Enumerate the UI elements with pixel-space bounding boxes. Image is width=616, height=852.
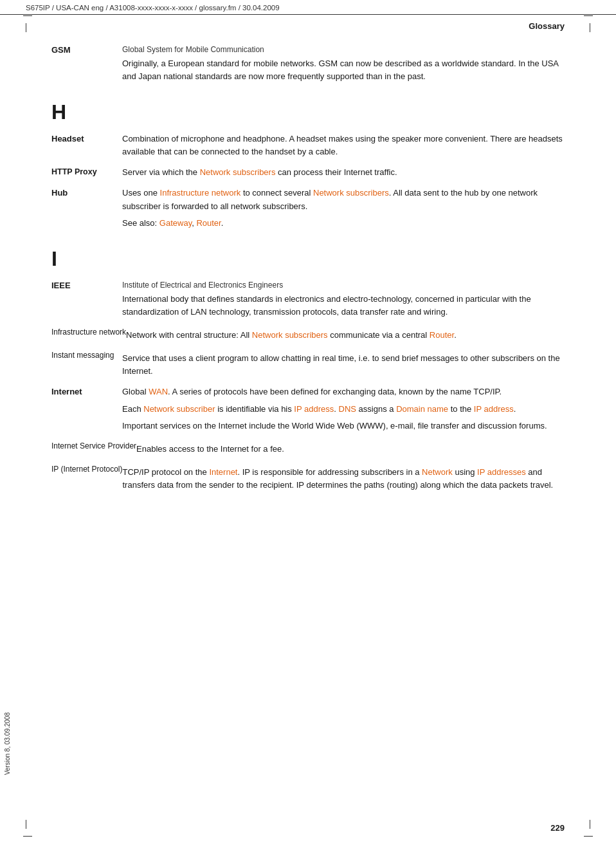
tick-left-top [26,23,26,32]
body-gsm: Global System for Mobile Communication O… [122,44,565,87]
term-ip: IP (Internet Protocol) [51,463,123,495]
letter-i: I [51,248,565,270]
section-h: H [51,101,565,124]
section-i: I [51,248,565,270]
content-area: Glossary GSM Global System for Mobile Co… [0,15,616,538]
internet-para3: Important services on the Internet inclu… [122,420,565,432]
body-isp: Enables access to the Internet for a fee… [136,440,565,459]
entry-internet: Internet Global WAN. A series of protoco… [51,385,565,436]
body-hub: Uses one Infrastructure network to conne… [122,187,565,233]
header-text: S675IP / USA-CAN eng / A31008-xxxx-xxxx-… [26,4,280,12]
entry-isp: Internet Service Provider Enables access… [51,440,565,459]
ieee-body: International body that defines standard… [122,293,565,319]
link-wan[interactable]: WAN [149,387,168,396]
entry-hub: Hub Uses one Infrastructure network to c… [51,187,565,233]
term-instant-messaging: Instant messaging [51,349,122,382]
page: S675IP / USA-CAN eng / A31008-xxxx-xxxx-… [0,0,616,852]
entry-infrastructure-network: Infrastructure network Network with cent… [51,326,565,346]
link-ip-address-2[interactable]: IP address [474,404,514,414]
instant-messaging-body: Service that uses a client program to al… [122,352,565,378]
tick-right-bottom [590,820,590,829]
link-network-subscriber[interactable]: Network subscriber [143,404,215,414]
term-hub: Hub [51,187,122,233]
version-text: Version 8, 03.09.2008 [4,712,11,775]
link-network-subscribers-3[interactable]: Network subscribers [252,330,328,340]
page-number: 229 [550,823,565,833]
body-http-proxy: Server via which the Network subscribers… [122,166,565,183]
term-internet: Internet [51,385,122,436]
link-gateway[interactable]: Gateway [159,218,192,228]
link-router-1[interactable]: Router [196,218,221,228]
entry-ieee: IEEE Institute of Electrical and Electro… [51,279,565,322]
body-headset: Combination of microphone and headphone.… [122,133,565,162]
gsm-body: Originally, a European standard for mobi… [122,57,565,83]
ieee-subtitle: Institute of Electrical and Electronics … [122,279,565,292]
entry-gsm: GSM Global System for Mobile Communicati… [51,44,565,87]
term-headset: Headset [51,133,122,162]
link-internet[interactable]: Internet [209,467,237,477]
headset-body: Combination of microphone and headphone.… [122,133,565,158]
http-proxy-body: Server via which the Network subscribers… [122,166,565,179]
isp-body: Enables access to the Internet for a fee… [136,443,565,456]
body-infrastructure-network: Network with central structure: All Netw… [126,326,565,346]
term-gsm: GSM [51,44,122,87]
entry-headset: Headset Combination of microphone and he… [51,133,565,162]
link-domain-name[interactable]: Domain name [396,404,448,414]
entry-instant-messaging: Instant messaging Service that uses a cl… [51,349,565,382]
link-network[interactable]: Network [422,467,453,477]
entry-http-proxy: HTTP Proxy Server via which the Network … [51,166,565,183]
link-network-subscribers-1[interactable]: Network subscribers [200,167,276,177]
term-isp: Internet Service Provider [51,440,136,459]
ip-body: TCP/IP protocol on the Internet. IP is r… [123,466,565,492]
section-title: Glossary [51,21,565,31]
hub-body: Uses one Infrastructure network to conne… [122,187,565,212]
internet-para1: Global WAN. A series of protocols have b… [122,385,565,398]
tick-right-top [590,23,590,32]
body-internet: Global WAN. A series of protocols have b… [122,385,565,436]
body-ieee: Institute of Electrical and Electronics … [122,279,565,322]
corner-mark-bl [23,836,32,837]
infrastructure-body: Network with central structure: All Netw… [126,329,565,342]
corner-mark-tl [23,15,32,16]
term-http-proxy: HTTP Proxy [51,166,122,183]
body-instant-messaging: Service that uses a client program to al… [122,349,565,382]
gsm-subtitle: Global System for Mobile Communication [122,44,565,56]
entry-ip: IP (Internet Protocol) TCP/IP protocol o… [51,463,565,495]
term-ieee: IEEE [51,279,122,322]
link-dns[interactable]: DNS [339,404,356,414]
letter-h: H [51,101,565,124]
corner-mark-tr [584,15,593,16]
tick-left-bottom [26,820,26,829]
link-ip-addresses[interactable]: IP addresses [477,467,526,477]
link-ip-address-1[interactable]: IP address [294,404,334,414]
page-header: S675IP / USA-CAN eng / A31008-xxxx-xxxx-… [0,0,616,15]
term-infrastructure-network: Infrastructure network [51,326,126,346]
hub-see-also: See also: Gateway, Router. [122,217,565,230]
corner-mark-br [584,836,593,837]
link-network-subscribers-2[interactable]: Network subscribers [313,188,389,198]
link-router-2[interactable]: Router [430,330,454,340]
body-ip: TCP/IP protocol on the Internet. IP is r… [123,463,565,495]
internet-para2: Each Network subscriber is identifiable … [122,403,565,416]
link-infrastructure-network[interactable]: Infrastructure network [160,188,241,198]
